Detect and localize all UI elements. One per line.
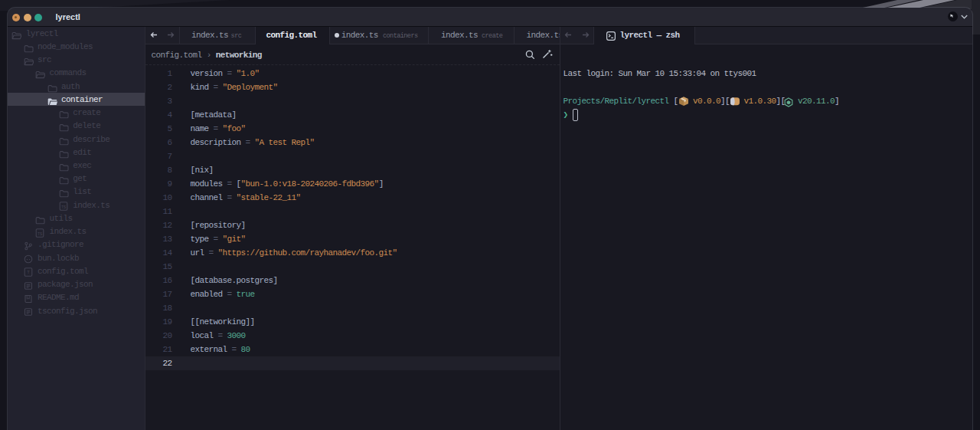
- svg-text:TS: TS: [61, 205, 66, 210]
- svg-text:TS: TS: [38, 231, 42, 236]
- svg-text:T: T: [27, 271, 30, 276]
